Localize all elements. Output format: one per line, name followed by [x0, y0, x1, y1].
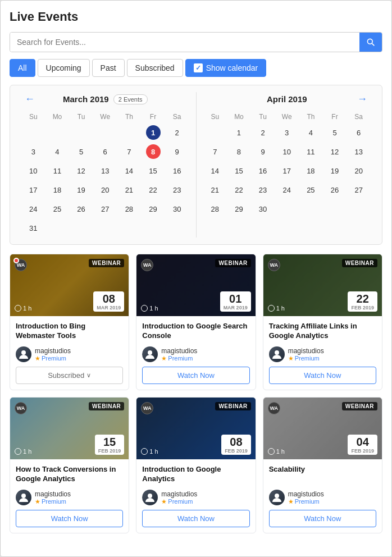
cal-day-cell[interactable]: 13	[347, 142, 371, 161]
cal-day-cell[interactable]: 5	[323, 123, 347, 142]
cal-day-cell[interactable]: 16	[165, 161, 189, 180]
cal-day-cell[interactable]: 11	[45, 161, 70, 180]
cal-day-cell[interactable]: 14	[117, 161, 142, 180]
cal-day-cell[interactable]: 1	[141, 123, 165, 142]
cal-day-cell[interactable]: 12	[69, 161, 93, 180]
cal-day-num: 15	[231, 163, 246, 178]
cal-day-header: Tu	[251, 111, 275, 123]
cal-day-cell[interactable]: 22	[141, 180, 165, 199]
card-body: Introduction to Google Search Console ma…	[136, 316, 255, 390]
cal-day-cell[interactable]: 14	[203, 161, 227, 180]
tab-past[interactable]: Past	[92, 59, 125, 77]
cal-day-cell[interactable]: 3	[21, 142, 45, 161]
search-button[interactable]	[359, 33, 382, 52]
cal-day-cell[interactable]: 26	[323, 180, 347, 199]
cal-day-cell[interactable]: 5	[69, 142, 93, 161]
cal-day-cell[interactable]: 31	[21, 218, 45, 238]
cal-day-cell[interactable]: 20	[347, 161, 371, 180]
cal-day-cell[interactable]: 27	[347, 180, 371, 199]
cal-day-cell[interactable]: 28	[203, 199, 227, 218]
cal-day-num: 4	[50, 144, 65, 159]
cal-day-cell[interactable]: 2	[165, 123, 189, 142]
events-grid: WAWEBINAR08MAR 20191 hIntroduction to Bi…	[10, 254, 382, 533]
cal-day-cell[interactable]: 13	[93, 161, 117, 180]
cal-day-cell[interactable]: 24	[21, 199, 45, 218]
cal-day-cell[interactable]: 4	[45, 142, 70, 161]
cal-day-cell[interactable]: 7	[203, 142, 227, 161]
avatar-image	[142, 490, 158, 505]
cal-day-cell[interactable]: 23	[251, 180, 275, 199]
cal-day-cell[interactable]: 29	[141, 199, 165, 218]
cal-day-cell[interactable]: 7	[117, 142, 142, 161]
cal-day-cell[interactable]: 15	[227, 161, 251, 180]
cal-day-header: Th	[299, 111, 323, 123]
cal-day-cell[interactable]: 10	[275, 142, 299, 161]
cal-day-num: 23	[256, 182, 270, 197]
cal-day-cell[interactable]: 30	[165, 199, 189, 218]
subscribed-label: Subscribed	[48, 371, 84, 380]
star-icon: ★	[161, 498, 167, 505]
notification-dot	[13, 258, 19, 263]
tier-label: Premium	[295, 498, 320, 505]
cal-day-cell[interactable]: 16	[251, 161, 275, 180]
cal-day-num: 19	[74, 182, 89, 197]
svg-point-6	[148, 494, 152, 498]
cal-day-cell[interactable]: 9	[165, 142, 189, 161]
show-calendar-button[interactable]: Show calendar	[185, 59, 267, 77]
cal-day-header: Sa	[165, 111, 189, 123]
cal-day-cell[interactable]: 10	[21, 161, 45, 180]
watch-now-button[interactable]: Watch Now	[269, 367, 376, 384]
cal-day-cell[interactable]: 3	[275, 123, 299, 142]
author-name: magistudios	[161, 347, 197, 355]
cal-day-cell[interactable]: 8	[141, 142, 165, 161]
card-thumbnail: WAWEBINAR22FEB 20191 h	[263, 254, 382, 316]
cal-next-button[interactable]: →	[354, 92, 371, 106]
cal-day-cell[interactable]: 24	[275, 180, 299, 199]
cal-day-header: Fr	[141, 111, 165, 123]
cal-day-cell[interactable]: 9	[251, 142, 275, 161]
tab-subscribed[interactable]: Subscribed	[127, 59, 183, 77]
card-action: Subscribed∨	[16, 367, 123, 384]
watch-now-button[interactable]: Watch Now	[16, 510, 123, 527]
cal-day-cell[interactable]: 30	[251, 199, 275, 218]
cal-day-cell[interactable]: 1	[227, 123, 251, 142]
cal-day-cell[interactable]: 4	[299, 123, 323, 142]
cal-day-cell[interactable]: 25	[45, 199, 70, 218]
cal-day-cell[interactable]: 29	[227, 199, 251, 218]
watch-now-button[interactable]: Watch Now	[142, 367, 249, 384]
cal-day-cell[interactable]: 26	[69, 199, 93, 218]
cal-day-cell[interactable]: 19	[69, 180, 93, 199]
search-input[interactable]	[10, 33, 359, 52]
watch-now-button[interactable]: Watch Now	[269, 510, 376, 527]
cal-day-cell[interactable]: 6	[347, 123, 371, 142]
tab-all[interactable]: All	[10, 59, 35, 77]
cal-day-cell[interactable]: 23	[165, 180, 189, 199]
subscribed-button[interactable]: Subscribed∨	[16, 367, 123, 384]
cal-day-cell[interactable]: 12	[323, 142, 347, 161]
tab-upcoming[interactable]: Upcoming	[38, 59, 90, 77]
cal-day-cell[interactable]: 18	[45, 180, 70, 199]
cal-day-cell[interactable]: 27	[93, 199, 117, 218]
cal-day-cell[interactable]: 17	[275, 161, 299, 180]
page-container: Live Events All Upcoming Past Subscribed…	[0, 0, 392, 557]
cal-day-cell[interactable]: 25	[299, 180, 323, 199]
cal-day-cell[interactable]: 15	[141, 161, 165, 180]
cal-day-cell[interactable]: 11	[299, 142, 323, 161]
cal-day-cell[interactable]: 21	[203, 180, 227, 199]
cal-day-cell[interactable]: 19	[323, 161, 347, 180]
cal-day-cell[interactable]: 6	[93, 142, 117, 161]
cal-day-cell[interactable]: 8	[227, 142, 251, 161]
duration-badge: 1 h	[141, 305, 158, 312]
cal-day-num: 27	[352, 182, 366, 197]
watch-now-button[interactable]: Watch Now	[142, 510, 249, 527]
cal-day-cell[interactable]: 28	[117, 199, 142, 218]
cal-prev-button[interactable]: ←	[21, 92, 38, 106]
cal-day-cell[interactable]: 18	[299, 161, 323, 180]
cal-day-cell[interactable]: 22	[227, 180, 251, 199]
cal-day-cell[interactable]: 20	[93, 180, 117, 199]
cal-day-cell[interactable]: 2	[251, 123, 275, 142]
cal-day-cell[interactable]: 17	[21, 180, 45, 199]
date-badge: 01MAR 2019	[220, 291, 251, 312]
cal-header-april: April 2019 →	[203, 92, 371, 106]
cal-day-cell[interactable]: 21	[117, 180, 142, 199]
